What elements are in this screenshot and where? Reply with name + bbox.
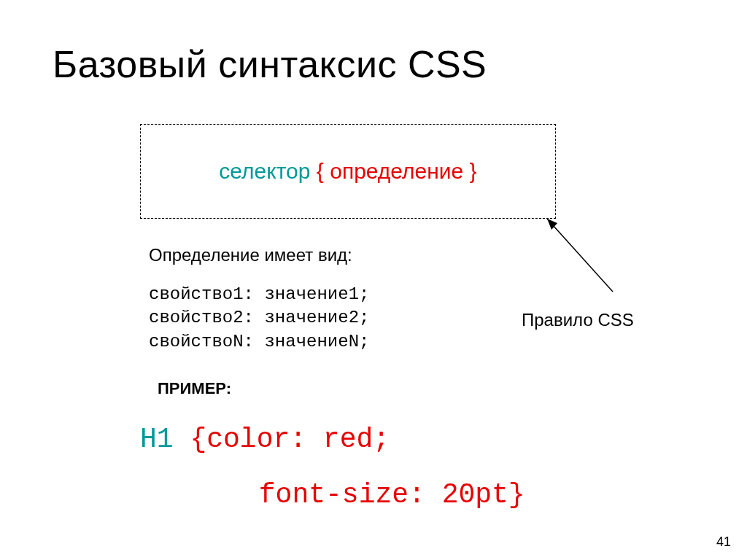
example-line-1: H1 {color: red; (140, 412, 525, 467)
arrow-icon (518, 211, 627, 299)
property-list: свойство1: значение1; свойство2: значени… (149, 283, 369, 354)
example-line-2: font-size: 20pt} (140, 467, 525, 523)
slide: Базовый синтаксис CSS селектор { определ… (0, 0, 747, 560)
open-brace: { (317, 159, 324, 183)
example-decl-1: {color: red; (190, 424, 390, 455)
example-label: ПРИМЕР: (158, 379, 231, 398)
property-line: свойствоN: значениеN; (149, 330, 369, 354)
example-code: H1 {color: red; font-size: 20pt} (140, 412, 525, 523)
definition-word: определение (330, 159, 463, 183)
slide-title: Базовый синтаксис CSS (53, 42, 487, 86)
css-rule-box: селектор { определение } (140, 124, 556, 219)
close-brace: } (470, 159, 477, 183)
example-decl-2: font-size: 20pt} (259, 479, 525, 510)
css-rule-syntax: селектор { определение } (219, 159, 476, 184)
property-line: свойство1: значение1; (149, 283, 369, 306)
example-selector: H1 (140, 424, 174, 455)
definition-label: Определение имеет вид: (149, 245, 352, 265)
svg-line-0 (547, 219, 613, 292)
selector-word: селектор (219, 159, 310, 183)
rule-css-label: Правило CSS (522, 310, 634, 330)
page-number: 41 (716, 534, 731, 550)
property-line: свойство2: значение2; (149, 306, 369, 330)
